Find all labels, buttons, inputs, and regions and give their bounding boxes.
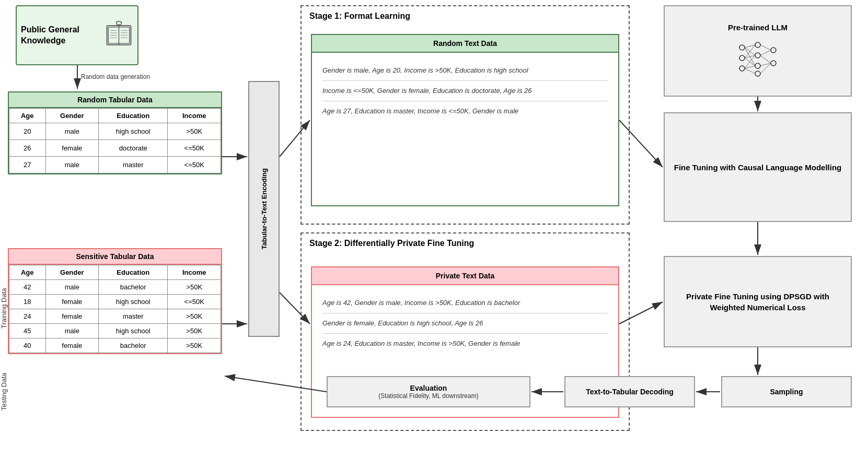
fine-tuning-label: Fine Tuning with Causal Language Modelli… [669,157,847,178]
svg-point-16 [739,45,745,50]
text-entry: Age is 27, Education is master, Income i… [322,101,608,121]
table-row: 45malehigh school>50K [9,324,221,338]
svg-point-17 [739,55,745,61]
text-entry: Age is 24, Education is master, Income i… [322,334,608,354]
svg-line-28 [745,45,755,58]
random-text-box: Random Text Data Gender is male, Age is … [311,34,619,206]
svg-point-22 [755,71,760,76]
book-icon [105,21,133,50]
training-data-label: Training Data [0,256,8,360]
text-entry: Age is 42, Gender is male, Income is >50… [322,293,608,313]
public-knowledge-box: Public General Knowledge [16,5,138,65]
svg-point-23 [771,48,776,53]
col-income: Income [168,109,221,123]
text-entry: Income is <=50K, Gender is female, Educa… [322,81,608,101]
sampling-box: Sampling [721,376,852,407]
testing-data-label: Testing Data [0,360,8,423]
private-text-content: Age is 42, Gender is male, Income is >50… [312,285,618,362]
random-text-content: Gender is male, Age is 20, Income is >50… [312,53,618,130]
fine-tuning-box: Fine Tuning with Causal Language Modelli… [664,112,852,222]
svg-line-38 [760,63,771,74]
table-row: 24femalemaster>50K [9,309,221,324]
svg-line-34 [760,45,771,50]
stage2-title: Stage 2: Differentially Private Fine Tun… [302,233,629,251]
sensitive-tabular-table: Age Gender Education Income 42malebachel… [9,265,221,353]
evaluation-box: Evaluation (Statistical Fidelity, ML dow… [327,376,530,407]
text-to-tabular-box: Text-to-Tabular Decoding [564,376,695,407]
encoding-box: Tabular-to-Text Encoding [248,81,280,337]
table-row: 18femalehigh school<=50K [9,295,221,309]
random-tabular-table: Age Gender Education Income 20malehigh s… [9,108,221,173]
encoding-label: Tabular-to-Text Encoding [260,168,268,250]
text-entry: Gender is male, Age is 20, Income is >50… [322,61,608,81]
text-to-tabular-label: Text-to-Tabular Decoding [586,388,673,396]
sensitive-tabular-title: Sensitive Tabular Data [9,249,221,265]
sens-col-education: Education [99,265,168,280]
diagram-container: Public General Knowledge Random data gen… [0,0,868,456]
private-text-title: Private Text Data [312,267,618,285]
neural-net-icon [737,37,779,79]
random-text-title: Random Text Data [312,35,618,53]
table-row: 40femalebachelor>50K [9,338,221,353]
svg-point-18 [739,66,745,71]
sens-col-income: Income [168,265,221,280]
stage1-title: Stage 1: Format Learning [302,6,629,24]
sensitive-tabular-container: Sensitive Tabular Data Age Gender Educat… [8,248,222,354]
col-age: Age [9,109,46,123]
pretrained-llm-box: Pre-trained LLM [664,5,852,97]
sampling-label: Sampling [770,388,803,396]
evaluation-label: Evaluation [410,384,447,392]
svg-point-20 [755,53,760,58]
random-tabular-container: Random Tabular Data Age Gender Education… [8,91,222,174]
private-fine-tuning-box: Private Fine Tuning using DPSGD with Wei… [664,256,852,347]
svg-line-35 [760,50,771,55]
public-knowledge-label: Public General Knowledge [21,25,100,46]
pretrained-llm-label: Pre-trained LLM [728,23,788,32]
table-row: 20malehigh school>50K [9,123,221,140]
table-row: 42malebachelor>50K [9,280,221,295]
col-gender: Gender [45,109,99,123]
svg-line-33 [745,68,755,74]
random-tabular-title: Random Tabular Data [9,92,221,108]
table-row: 26femaledoctorate<=50K [9,140,221,157]
col-education: Education [99,109,168,123]
svg-line-31 [745,55,755,68]
svg-point-24 [771,61,776,66]
sens-col-age: Age [9,265,46,280]
private-fine-tuning-label: Private Fine Tuning using DPSGD with Wei… [665,286,851,318]
svg-line-36 [760,55,771,63]
evaluation-sub-label: (Statistical Fidelity, ML downstream) [378,392,478,400]
sens-col-gender: Gender [45,265,99,280]
table-row: 27malemaster<=50K [9,157,221,173]
random-gen-label: Random data generation [81,73,150,80]
svg-point-21 [755,63,760,68]
text-entry: Gender is female, Education is high scho… [322,313,608,334]
svg-point-19 [755,42,760,48]
